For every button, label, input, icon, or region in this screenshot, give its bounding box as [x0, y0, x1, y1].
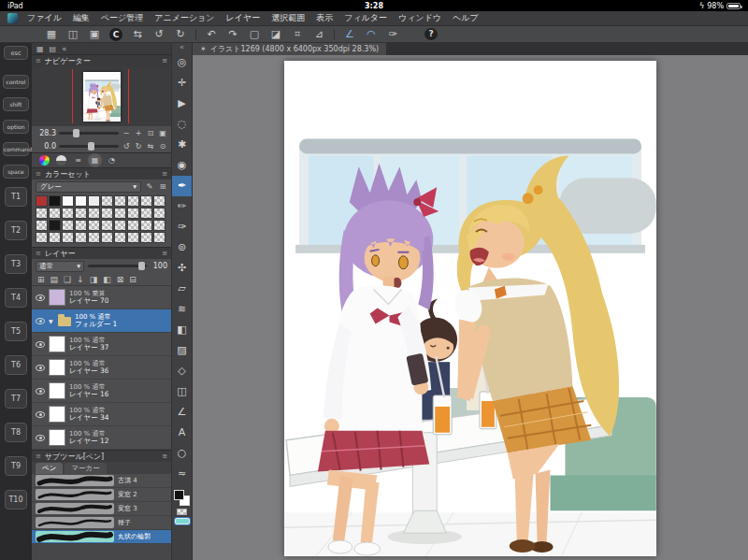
color-swatch[interactable] [153, 232, 165, 243]
canvas-page[interactable] [284, 61, 656, 556]
move-tool[interactable]: ✛ [172, 73, 193, 93]
brush-tool[interactable]: ✑ [172, 217, 193, 237]
color-swatch[interactable] [140, 195, 152, 207]
color-swatch[interactable] [36, 195, 48, 207]
brush-item[interactable]: 種子 [32, 516, 171, 530]
snap-to-special-ruler-icon[interactable]: ◠ [365, 27, 378, 42]
canvas-viewport[interactable] [193, 55, 748, 560]
menu-item[interactable]: フィルター [344, 12, 387, 24]
ruler-tool[interactable]: ∠ [172, 402, 193, 423]
menu-item[interactable]: 選択範囲 [271, 12, 305, 24]
palette-menu-icon[interactable]: ≡ [162, 452, 167, 460]
opacity-slider[interactable] [88, 265, 147, 267]
gradient-tool[interactable]: ▨ [172, 340, 193, 361]
color-swatch[interactable] [153, 195, 165, 207]
color-swatch[interactable] [140, 220, 152, 231]
transparent-color-chip[interactable] [177, 509, 187, 515]
edge-key[interactable]: option [3, 120, 29, 134]
color-swatch[interactable] [101, 232, 113, 243]
color-swatch[interactable] [140, 208, 152, 219]
color-swatch[interactable] [114, 232, 126, 243]
zoom-in-icon[interactable]: + [134, 129, 143, 137]
layer-row[interactable]: ▼ 100 % 通常 レイヤー 16 [32, 380, 171, 403]
edge-key[interactable]: esc [4, 46, 28, 60]
snap-to-ruler-icon[interactable]: ∠ [343, 27, 356, 42]
color-swatch[interactable] [88, 232, 100, 243]
color-swatch[interactable] [114, 195, 126, 207]
add-swatch-icon[interactable]: ⊞ [158, 182, 167, 191]
main-color-chip[interactable] [174, 490, 184, 500]
layer-mask-icon[interactable]: ◨ [90, 275, 98, 284]
rotate-ccw-icon[interactable]: ↺ [122, 142, 131, 151]
workspace-grid-icon[interactable]: ▦ [36, 45, 44, 53]
palette-menu-icon[interactable]: ≡ [162, 170, 167, 178]
color-swatch[interactable] [49, 195, 61, 207]
color-swatch[interactable] [62, 232, 74, 243]
clip-studio-logo-icon[interactable]: C [109, 28, 122, 41]
canvas-grid-icon[interactable]: ▦ [45, 27, 58, 42]
help-icon[interactable]: ? [424, 28, 438, 40]
app-logo-icon[interactable] [7, 13, 18, 23]
layer-row[interactable]: ▼ 100 % 通常 レイヤー 34 [32, 403, 171, 426]
layer-row[interactable]: ▼ 100 % 通常 フォルダー 1 [32, 309, 171, 333]
separator[interactable] [195, 29, 196, 40]
edge-key[interactable]: T3 [5, 254, 27, 274]
subtool-palette-header[interactable]: ≡ サブツール[ペン] ≡ [32, 450, 171, 462]
zoom-slider[interactable] [59, 132, 119, 135]
edge-key[interactable]: command [3, 142, 29, 156]
layer-row[interactable]: ▼ 100 % 乗算 レイヤー 70 [32, 286, 171, 309]
color-wheel-icon[interactable] [39, 155, 50, 165]
layer-row[interactable]: ▼ 100 % 通常 レイヤー 37 [32, 333, 171, 356]
layer-visibility-icon[interactable] [36, 411, 45, 418]
color-set-select[interactable]: グレー ▾ [36, 181, 141, 193]
navigator-preview[interactable] [32, 66, 171, 126]
color-swatch[interactable] [88, 195, 100, 207]
selection-launcher-icon[interactable]: ⌗ [291, 27, 304, 42]
color-swatch[interactable] [36, 220, 48, 231]
color-swatch[interactable] [88, 208, 100, 219]
layer-visibility-icon[interactable] [36, 294, 45, 301]
color-swatch[interactable] [88, 220, 100, 231]
edge-key[interactable]: T9 [5, 456, 27, 476]
edge-key[interactable]: T6 [5, 355, 27, 375]
rotate-cw-icon[interactable]: ↻ [134, 142, 143, 151]
layer-row[interactable]: ▼ 100 % 通常 レイヤー 36 [32, 356, 171, 380]
layer-visibility-icon[interactable] [36, 341, 45, 348]
collapse-tools-icon[interactable]: « [180, 43, 184, 52]
clipping-icon[interactable]: ◧ [103, 275, 111, 284]
redo-icon[interactable]: ↷ [226, 27, 239, 42]
frame-border-tool[interactable]: ◫ [172, 381, 193, 402]
reset-view-icon[interactable]: ⊙ [158, 142, 167, 151]
layer-palette-header[interactable]: ≡ レイヤー ≡ [32, 247, 171, 259]
undo-icon[interactable]: ↶ [205, 27, 218, 42]
color-set-header[interactable]: ≡ カラーセット ≡ [32, 167, 171, 179]
blend-tool[interactable]: ≋ [172, 299, 193, 320]
selected-color-chip[interactable] [175, 518, 190, 524]
menu-item[interactable]: ウィンドウ [398, 12, 441, 24]
spread-view-icon[interactable]: ◫ [66, 27, 79, 42]
layer-visibility-icon[interactable] [36, 318, 45, 324]
folder-expand-icon[interactable]: ▼ [49, 318, 54, 324]
lock-layer-icon[interactable]: ⊠ [117, 275, 124, 284]
color-swatch[interactable] [127, 220, 139, 231]
line-correction-tool[interactable]: ≈ [172, 464, 193, 484]
eraser-tool[interactable]: ▱ [172, 279, 193, 299]
color-swatch[interactable] [114, 220, 126, 231]
operation-tool[interactable]: ▶ [172, 93, 193, 114]
color-set-icon[interactable]: ▦ [90, 155, 100, 165]
document-tab[interactable]: ✶ イラスト1269 (4800 x 6400px 350dpi 28.3%) [193, 43, 386, 55]
delete-layer-icon[interactable]: ⊟ [129, 275, 137, 284]
color-swatch[interactable] [153, 220, 165, 231]
color-swatch[interactable] [75, 232, 87, 243]
pen-tool[interactable]: ✒ [172, 176, 193, 196]
color-swatch[interactable] [101, 220, 113, 231]
color-swatch[interactable] [140, 232, 152, 243]
menu-item[interactable]: ファイル [27, 12, 62, 24]
color-swatch[interactable] [49, 208, 61, 219]
balloon-tool[interactable]: ○ [172, 443, 193, 464]
menu-item[interactable]: レイヤー [226, 12, 261, 24]
edge-key[interactable]: T7 [5, 389, 27, 409]
edge-key[interactable]: shift [3, 97, 29, 111]
layer-row[interactable]: ▼ 100 % 通常 レイヤー 12 [32, 426, 171, 450]
zoom-tool[interactable]: ◎ [172, 52, 193, 73]
